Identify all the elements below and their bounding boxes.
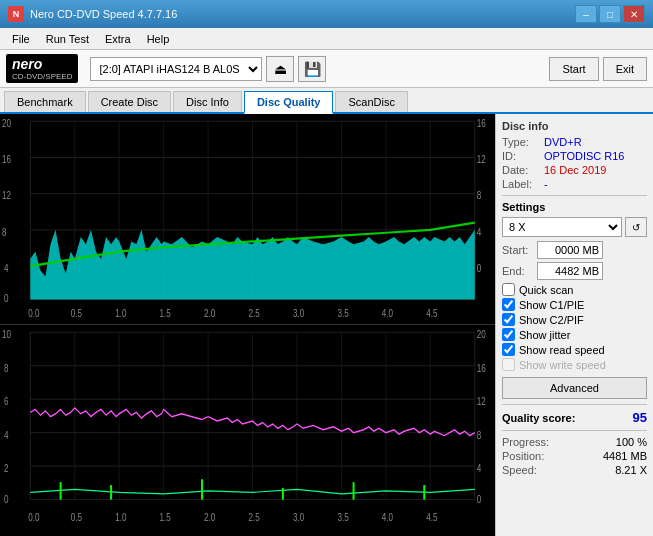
progress-label: Progress: [502,436,549,448]
close-button[interactable]: ✕ [623,5,645,23]
svg-text:1.0: 1.0 [115,306,127,319]
right-panel: Disc info Type: DVD+R ID: OPTODISC R16 D… [495,114,653,536]
show-c1pie-label: Show C1/PIE [519,299,584,311]
tab-disc-quality[interactable]: Disc Quality [244,91,334,114]
start-mb-input[interactable] [537,241,603,259]
speed-row-progress: Speed: 8.21 X [502,464,647,476]
pie-chart: 20 16 12 8 4 0 16 12 8 4 0 0.0 0.5 1.0 1… [0,114,495,324]
divider-3 [502,430,647,431]
quick-scan-checkbox[interactable] [502,283,515,296]
svg-text:4.5: 4.5 [426,306,438,319]
disc-id-label: ID: [502,150,540,162]
tab-bar: Benchmark Create Disc Disc Info Disc Qua… [0,88,653,114]
menu-help[interactable]: Help [139,31,178,47]
svg-text:12: 12 [477,395,486,408]
svg-text:1.5: 1.5 [160,306,172,319]
quick-scan-label: Quick scan [519,284,573,296]
svg-text:4: 4 [477,462,482,475]
speed-value: 8.21 X [615,464,647,476]
start-button[interactable]: Start [549,57,598,81]
menu-run-test[interactable]: Run Test [38,31,97,47]
quality-score-row: Quality score: 95 [502,410,647,425]
svg-text:8: 8 [4,361,9,374]
tab-create-disc[interactable]: Create Disc [88,91,171,112]
menu-bar: File Run Test Extra Help [0,28,653,50]
svg-text:0: 0 [477,261,482,274]
show-c2pif-checkbox[interactable] [502,313,515,326]
show-jitter-row: Show jitter [502,328,647,341]
quick-scan-row: Quick scan [502,283,647,296]
end-mb-row: End: [502,262,647,280]
show-read-speed-row: Show read speed [502,343,647,356]
show-c1pie-checkbox[interactable] [502,298,515,311]
svg-text:20: 20 [2,117,11,130]
speed-label: Speed: [502,464,537,476]
title-bar-left: N Nero CD-DVD Speed 4.7.7.16 [8,6,177,22]
title-bar: N Nero CD-DVD Speed 4.7.7.16 – □ ✕ [0,0,653,28]
disc-id-value: OPTODISC R16 [544,150,625,162]
disc-label-label: Label: [502,178,540,190]
menu-file[interactable]: File [4,31,38,47]
main-content: 20 16 12 8 4 0 16 12 8 4 0 0.0 0.5 1.0 1… [0,114,653,536]
drive-select[interactable]: [2:0] ATAPI iHAS124 B AL0S [90,57,262,81]
divider-2 [502,404,647,405]
maximize-button[interactable]: □ [599,5,621,23]
svg-text:8: 8 [2,225,7,238]
minimize-button[interactable]: – [575,5,597,23]
show-jitter-checkbox[interactable] [502,328,515,341]
exit-button[interactable]: Exit [603,57,647,81]
disc-date-value: 16 Dec 2019 [544,164,606,176]
show-write-speed-label: Show write speed [519,359,606,371]
show-read-speed-checkbox[interactable] [502,343,515,356]
show-jitter-label: Show jitter [519,329,570,341]
show-c2-pif-row: Show C2/PIF [502,313,647,326]
show-c2pif-label: Show C2/PIF [519,314,584,326]
disc-id-row: ID: OPTODISC R16 [502,150,647,162]
progress-section: Progress: 100 % Position: 4481 MB Speed:… [502,436,647,476]
nero-logo-text: nero [12,56,42,72]
app-logo: nero CD-DVD/SPEED [6,54,78,83]
disc-type-row: Type: DVD+R [502,136,647,148]
svg-text:6: 6 [4,395,9,408]
speed-select[interactable]: 8 X [502,217,622,237]
svg-text:2.5: 2.5 [249,306,261,319]
settings-title: Settings [502,201,647,213]
disc-date-row: Date: 16 Dec 2019 [502,164,647,176]
svg-text:3.5: 3.5 [337,511,349,524]
end-mb-input[interactable] [537,262,603,280]
menu-extra[interactable]: Extra [97,31,139,47]
svg-text:0: 0 [477,492,482,505]
svg-text:0: 0 [4,292,9,305]
window-controls: – □ ✕ [575,5,645,23]
tab-scan-disc[interactable]: ScanDisc [335,91,407,112]
tab-disc-info[interactable]: Disc Info [173,91,242,112]
disc-label-value: - [544,178,548,190]
svg-text:2.5: 2.5 [249,511,261,524]
svg-text:4.0: 4.0 [382,306,394,319]
charts-area: 20 16 12 8 4 0 16 12 8 4 0 0.0 0.5 1.0 1… [0,114,495,536]
svg-text:16: 16 [2,153,11,166]
eject-icon-button[interactable]: ⏏ [266,56,294,82]
svg-text:0.0: 0.0 [28,306,40,319]
disc-type-label: Type: [502,136,540,148]
svg-text:0: 0 [4,492,9,505]
tab-benchmark[interactable]: Benchmark [4,91,86,112]
svg-text:8: 8 [477,189,482,202]
show-read-speed-label: Show read speed [519,344,605,356]
svg-text:2: 2 [4,462,9,475]
jitter-chart: 10 8 6 4 2 0 20 16 12 8 4 0 0.0 0.5 1.0 … [0,325,495,536]
svg-text:4.5: 4.5 [426,511,438,524]
divider-1 [502,195,647,196]
save-icon-button[interactable]: 💾 [298,56,326,82]
svg-text:0.5: 0.5 [71,511,83,524]
svg-text:4.0: 4.0 [382,511,394,524]
quality-score-value: 95 [633,410,647,425]
disc-label-row: Label: - [502,178,647,190]
show-write-speed-checkbox[interactable] [502,358,515,371]
advanced-button[interactable]: Advanced [502,377,647,399]
svg-text:8: 8 [477,428,482,441]
svg-text:2.0: 2.0 [204,306,216,319]
svg-text:16: 16 [477,361,486,374]
speed-reset-button[interactable]: ↺ [625,217,647,237]
position-label: Position: [502,450,544,462]
